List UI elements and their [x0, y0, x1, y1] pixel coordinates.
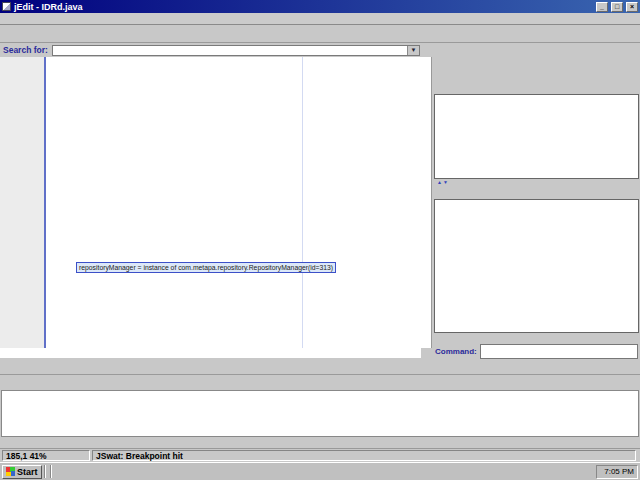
ant-farm-panel [0, 374, 640, 448]
locals-panel[interactable] [434, 94, 639, 179]
search-bar: Search for: ▼ [0, 43, 640, 57]
command-label: Command: [435, 347, 477, 356]
titlebar: jEdit - IDRd.java _ □ × [0, 0, 640, 13]
maximize-icon[interactable]: □ [611, 2, 623, 12]
split-collapse-icon[interactable]: ▲ [437, 179, 442, 186]
command-input[interactable] [480, 344, 638, 359]
code-editor[interactable]: repositoryManager = instance of com.meta… [0, 57, 432, 358]
windows-logo-icon [6, 467, 15, 476]
jedit-app-icon [2, 2, 11, 11]
debugger-top-tabs [433, 81, 435, 94]
system-tray: 7:05 PM [596, 465, 638, 479]
split-expand-icon[interactable]: ▼ [443, 179, 448, 186]
scrollbar-corner [421, 348, 432, 358]
debugger-splitter[interactable]: ▲ ▼ [434, 179, 639, 186]
taskbar-separator [50, 465, 52, 478]
search-input[interactable] [53, 46, 407, 55]
combo-dropdown-icon[interactable]: ▼ [407, 46, 419, 55]
debugger-value-tooltip: repositoryManager = instance of com.meta… [76, 262, 336, 273]
start-label: Start [17, 467, 38, 477]
close-icon[interactable]: × [626, 2, 638, 12]
caret-position-status[interactable]: 185,1 41% [2, 450, 90, 461]
wrap-guide [302, 57, 303, 348]
window-title: jEdit - IDRd.java [14, 2, 83, 12]
taskbar-clock: 7:05 PM [602, 467, 634, 476]
debugger-mid-tabs [433, 186, 435, 199]
code-view[interactable]: repositoryManager = instance of com.meta… [0, 57, 421, 348]
command-row: Command: [433, 345, 640, 358]
search-combo: ▼ [52, 45, 420, 56]
main-toolbar [0, 25, 640, 43]
main-area: repositoryManager = instance of com.meta… [0, 57, 640, 358]
windows-taskbar: Start 7:05 PM [0, 462, 640, 480]
debugger-panel: ▲ ▼ Command: [433, 57, 640, 358]
status-bar: 185,1 41% JSwat: Breakpoint hit [0, 448, 640, 462]
minimize-icon[interactable]: _ [596, 2, 608, 12]
messages-panel[interactable] [434, 199, 639, 333]
menubar [0, 13, 640, 25]
ant-target-tree[interactable] [1, 390, 639, 437]
search-label: Search for: [3, 45, 48, 55]
tabs-row [0, 358, 640, 374]
status-message: JSwat: Breakpoint hit [92, 450, 636, 461]
taskbar-separator [44, 465, 46, 478]
start-button[interactable]: Start [2, 465, 42, 479]
